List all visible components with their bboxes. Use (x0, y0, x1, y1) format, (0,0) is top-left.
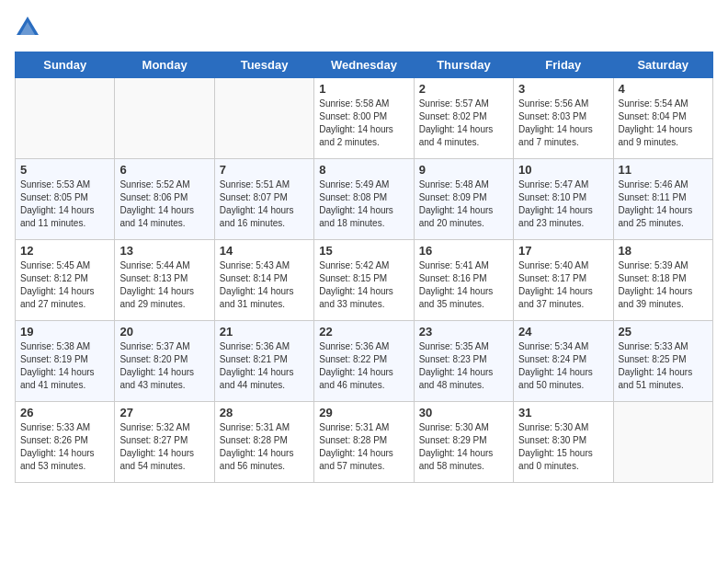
calendar-day-22: 22Sunrise: 5:36 AMSunset: 8:22 PMDayligh… (314, 321, 414, 402)
day-header-thursday: Thursday (414, 52, 513, 78)
calendar-day-8: 8Sunrise: 5:49 AMSunset: 8:08 PMDaylight… (314, 159, 414, 240)
calendar-day-empty (613, 402, 712, 483)
day-number: 19 (20, 325, 109, 339)
calendar-day-empty (115, 78, 214, 159)
calendar-day-15: 15Sunrise: 5:42 AMSunset: 8:15 PMDayligh… (314, 240, 414, 321)
day-number: 14 (220, 244, 309, 258)
day-info: Sunrise: 5:57 AMSunset: 8:02 PMDaylight:… (419, 98, 508, 149)
calendar-day-30: 30Sunrise: 5:30 AMSunset: 8:29 PMDayligh… (414, 402, 513, 483)
calendar-week-row: 1Sunrise: 5:58 AMSunset: 8:00 PMDaylight… (16, 78, 713, 159)
day-header-tuesday: Tuesday (214, 52, 313, 78)
calendar-day-7: 7Sunrise: 5:51 AMSunset: 8:07 PMDaylight… (214, 159, 313, 240)
day-info: Sunrise: 5:41 AMSunset: 8:16 PMDaylight:… (419, 259, 508, 311)
calendar-day-2: 2Sunrise: 5:57 AMSunset: 8:02 PMDaylight… (414, 78, 513, 159)
calendar-week-row: 12Sunrise: 5:45 AMSunset: 8:12 PMDayligh… (16, 240, 713, 321)
day-header-sunday: Sunday (16, 52, 115, 78)
day-info: Sunrise: 5:35 AMSunset: 8:23 PMDaylight:… (419, 340, 508, 392)
calendar-table: SundayMondayTuesdayWednesdayThursdayFrid… (15, 52, 713, 483)
day-info: Sunrise: 5:48 AMSunset: 8:09 PMDaylight:… (419, 178, 508, 230)
day-header-saturday: Saturday (613, 52, 712, 78)
calendar-day-28: 28Sunrise: 5:31 AMSunset: 8:28 PMDayligh… (214, 402, 313, 483)
day-info: Sunrise: 5:44 AMSunset: 8:13 PMDaylight:… (119, 259, 209, 311)
calendar-day-16: 16Sunrise: 5:41 AMSunset: 8:16 PMDayligh… (414, 240, 513, 321)
day-number: 6 (119, 163, 209, 177)
calendar-day-14: 14Sunrise: 5:43 AMSunset: 8:14 PMDayligh… (214, 240, 313, 321)
day-info: Sunrise: 5:31 AMSunset: 8:28 PMDaylight:… (319, 421, 408, 473)
calendar-day-10: 10Sunrise: 5:47 AMSunset: 8:10 PMDayligh… (514, 159, 613, 240)
day-number: 12 (20, 244, 109, 258)
day-number: 5 (20, 163, 109, 177)
day-info: Sunrise: 5:33 AMSunset: 8:25 PMDaylight:… (619, 340, 708, 392)
day-info: Sunrise: 5:36 AMSunset: 8:22 PMDaylight:… (319, 340, 408, 392)
logo (15, 15, 44, 40)
day-number: 4 (619, 82, 708, 96)
day-number: 15 (319, 244, 408, 258)
day-number: 23 (419, 325, 508, 339)
calendar-day-26: 26Sunrise: 5:33 AMSunset: 8:26 PMDayligh… (16, 402, 115, 483)
day-info: Sunrise: 5:52 AMSunset: 8:06 PMDaylight:… (119, 178, 209, 230)
day-info: Sunrise: 5:42 AMSunset: 8:15 PMDaylight:… (319, 259, 408, 311)
day-info: Sunrise: 5:56 AMSunset: 8:03 PMDaylight:… (518, 98, 608, 149)
day-info: Sunrise: 5:58 AMSunset: 8:00 PMDaylight:… (319, 98, 408, 149)
day-header-wednesday: Wednesday (314, 52, 414, 78)
day-info: Sunrise: 5:30 AMSunset: 8:29 PMDaylight:… (419, 421, 508, 473)
day-info: Sunrise: 5:40 AMSunset: 8:17 PMDaylight:… (518, 259, 608, 311)
calendar-day-13: 13Sunrise: 5:44 AMSunset: 8:13 PMDayligh… (115, 240, 214, 321)
day-number: 22 (319, 325, 408, 339)
calendar-day-9: 9Sunrise: 5:48 AMSunset: 8:09 PMDaylight… (414, 159, 513, 240)
calendar-day-29: 29Sunrise: 5:31 AMSunset: 8:28 PMDayligh… (314, 402, 414, 483)
day-info: Sunrise: 5:33 AMSunset: 8:26 PMDaylight:… (20, 421, 109, 473)
day-info: Sunrise: 5:53 AMSunset: 8:05 PMDaylight:… (20, 178, 109, 230)
day-number: 24 (518, 325, 608, 339)
calendar-day-21: 21Sunrise: 5:36 AMSunset: 8:21 PMDayligh… (214, 321, 313, 402)
day-info: Sunrise: 5:51 AMSunset: 8:07 PMDaylight:… (220, 178, 309, 230)
day-number: 2 (419, 82, 508, 96)
day-info: Sunrise: 5:36 AMSunset: 8:21 PMDaylight:… (220, 340, 309, 392)
calendar-week-row: 26Sunrise: 5:33 AMSunset: 8:26 PMDayligh… (16, 402, 713, 483)
calendar-day-4: 4Sunrise: 5:54 AMSunset: 8:04 PMDaylight… (613, 78, 712, 159)
day-info: Sunrise: 5:32 AMSunset: 8:27 PMDaylight:… (119, 421, 209, 473)
day-info: Sunrise: 5:39 AMSunset: 8:18 PMDaylight:… (619, 259, 708, 311)
day-info: Sunrise: 5:43 AMSunset: 8:14 PMDaylight:… (220, 259, 309, 311)
day-info: Sunrise: 5:30 AMSunset: 8:30 PMDaylight:… (518, 421, 608, 473)
calendar-day-empty (214, 78, 313, 159)
calendar-day-17: 17Sunrise: 5:40 AMSunset: 8:17 PMDayligh… (514, 240, 613, 321)
calendar-day-24: 24Sunrise: 5:34 AMSunset: 8:24 PMDayligh… (514, 321, 613, 402)
day-number: 27 (119, 406, 209, 419)
day-number: 10 (518, 163, 608, 177)
day-number: 9 (419, 163, 508, 177)
day-number: 18 (619, 244, 708, 258)
calendar-day-23: 23Sunrise: 5:35 AMSunset: 8:23 PMDayligh… (414, 321, 513, 402)
day-info: Sunrise: 5:49 AMSunset: 8:08 PMDaylight:… (319, 178, 408, 230)
calendar-day-25: 25Sunrise: 5:33 AMSunset: 8:25 PMDayligh… (613, 321, 712, 402)
logo-icon (15, 15, 40, 40)
calendar-week-row: 19Sunrise: 5:38 AMSunset: 8:19 PMDayligh… (16, 321, 713, 402)
calendar-day-1: 1Sunrise: 5:58 AMSunset: 8:00 PMDaylight… (314, 78, 414, 159)
day-number: 28 (220, 406, 309, 419)
calendar-day-12: 12Sunrise: 5:45 AMSunset: 8:12 PMDayligh… (16, 240, 115, 321)
day-number: 29 (319, 406, 408, 419)
calendar-header-row: SundayMondayTuesdayWednesdayThursdayFrid… (16, 52, 713, 78)
calendar-day-27: 27Sunrise: 5:32 AMSunset: 8:27 PMDayligh… (115, 402, 214, 483)
day-number: 26 (20, 406, 109, 419)
day-number: 21 (220, 325, 309, 339)
calendar-day-empty (16, 78, 115, 159)
day-header-friday: Friday (514, 52, 613, 78)
calendar-day-6: 6Sunrise: 5:52 AMSunset: 8:06 PMDaylight… (115, 159, 214, 240)
day-number: 3 (518, 82, 608, 96)
calendar-day-18: 18Sunrise: 5:39 AMSunset: 8:18 PMDayligh… (613, 240, 712, 321)
day-number: 16 (419, 244, 508, 258)
day-number: 8 (319, 163, 408, 177)
day-info: Sunrise: 5:45 AMSunset: 8:12 PMDaylight:… (20, 259, 109, 311)
day-info: Sunrise: 5:37 AMSunset: 8:20 PMDaylight:… (119, 340, 209, 392)
day-info: Sunrise: 5:31 AMSunset: 8:28 PMDaylight:… (220, 421, 309, 473)
day-number: 25 (619, 325, 708, 339)
day-info: Sunrise: 5:46 AMSunset: 8:11 PMDaylight:… (619, 178, 708, 230)
day-number: 1 (319, 82, 408, 96)
calendar-day-5: 5Sunrise: 5:53 AMSunset: 8:05 PMDaylight… (16, 159, 115, 240)
day-header-monday: Monday (115, 52, 214, 78)
day-info: Sunrise: 5:54 AMSunset: 8:04 PMDaylight:… (619, 98, 708, 149)
calendar-day-31: 31Sunrise: 5:30 AMSunset: 8:30 PMDayligh… (514, 402, 613, 483)
day-number: 17 (518, 244, 608, 258)
day-number: 7 (220, 163, 309, 177)
